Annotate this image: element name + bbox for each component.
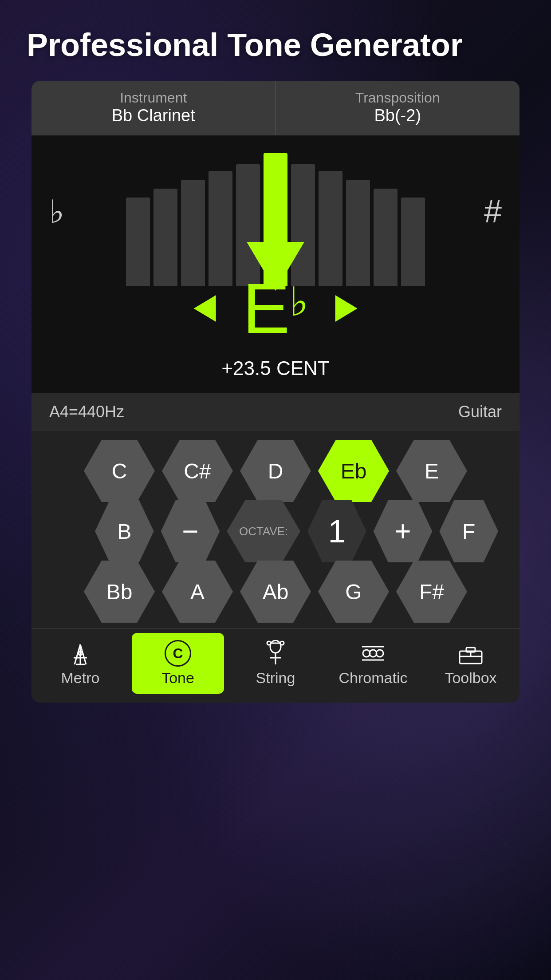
- note-main: E: [243, 273, 290, 344]
- note-E[interactable]: E: [396, 440, 467, 502]
- transposition-label: Transposition: [276, 90, 520, 106]
- note-Eb[interactable]: Eb: [318, 440, 389, 502]
- nav-string[interactable]: String: [229, 633, 322, 694]
- nav-string-label: String: [256, 669, 295, 687]
- tuner-display: ♭ # E ♭ +23.5 CENT: [31, 135, 520, 393]
- note-F[interactable]: F: [439, 500, 498, 562]
- note-row-2: B − OCTAVE: 1 + F: [91, 500, 502, 562]
- bar-1: [126, 198, 150, 286]
- current-note: E ♭: [243, 273, 309, 344]
- bottom-nav: Metro C Tone String: [31, 628, 520, 703]
- octave-number: 1: [328, 513, 346, 549]
- note-grid: C C# D Eb E B − OCTAVE: 1 + F: [31, 431, 520, 628]
- transposition-section[interactable]: Transposition Bb(-2): [276, 81, 520, 135]
- instrument-section[interactable]: Instrument Bb Clarinet: [31, 81, 276, 135]
- string-icon: [262, 640, 289, 667]
- octave-value: 1: [307, 500, 366, 562]
- nav-tone[interactable]: C Tone: [132, 633, 224, 694]
- bar-9: [346, 180, 370, 286]
- note-display: E ♭: [194, 273, 358, 344]
- note-D[interactable]: D: [240, 440, 311, 502]
- instrument-label: Instrument: [31, 90, 276, 106]
- bar-10: [374, 189, 398, 286]
- nav-chromatic-label: Chromatic: [339, 669, 408, 687]
- note-Fsharp[interactable]: F#: [396, 561, 467, 623]
- nav-toolbox-label: Toolbox: [445, 669, 496, 687]
- bar-4: [209, 171, 232, 286]
- note-Bb[interactable]: Bb: [84, 561, 155, 623]
- note-A[interactable]: A: [162, 561, 233, 623]
- main-panel: Instrument Bb Clarinet Transposition Bb(…: [31, 81, 520, 703]
- chromatic-icon: [360, 640, 386, 667]
- note-Ab[interactable]: Ab: [240, 561, 311, 623]
- instrument-mode[interactable]: Guitar: [458, 403, 502, 421]
- cent-display: +23.5 CENT: [221, 357, 329, 379]
- note-row-3: Bb A Ab G F#: [49, 561, 502, 623]
- tone-icon: C: [165, 640, 191, 667]
- bar-11: [401, 198, 425, 286]
- octave-minus-button[interactable]: −: [161, 500, 220, 562]
- transposition-value: Bb(-2): [276, 106, 520, 131]
- nav-metro-label: Metro: [61, 669, 100, 687]
- toolbox-icon: [457, 640, 484, 667]
- svg-point-6: [270, 640, 281, 653]
- svg-point-10: [267, 641, 271, 645]
- note-G[interactable]: G: [318, 561, 389, 623]
- bar-2: [153, 189, 177, 286]
- octave-label-text: OCTAVE:: [239, 525, 288, 538]
- bar-8: [319, 171, 342, 286]
- note-C[interactable]: C: [84, 440, 155, 502]
- note-Csharp[interactable]: C#: [162, 440, 233, 502]
- nav-metro[interactable]: Metro: [34, 633, 126, 694]
- app-title: Professional Tone Generator: [0, 0, 489, 81]
- bar-3: [181, 180, 205, 286]
- a4-frequency: A4=440Hz: [49, 403, 124, 421]
- nav-tone-label: Tone: [161, 669, 194, 687]
- nav-toolbox[interactable]: Toolbox: [425, 633, 517, 694]
- note-row-1: C C# D Eb E: [49, 440, 502, 502]
- info-bar: A4=440Hz Guitar: [31, 393, 520, 431]
- flat-indicator: ♭: [49, 193, 64, 230]
- octave-plus-button[interactable]: +: [374, 500, 433, 562]
- sharp-indicator: #: [484, 193, 502, 229]
- panel-header: Instrument Bb Clarinet Transposition Bb(…: [31, 81, 520, 135]
- note-modifier: ♭: [290, 282, 308, 322]
- arrow-right-icon: [335, 295, 357, 322]
- arrow-left-icon: [194, 295, 216, 322]
- nav-chromatic[interactable]: Chromatic: [327, 633, 419, 694]
- svg-point-11: [280, 641, 284, 645]
- instrument-value: Bb Clarinet: [31, 106, 276, 131]
- note-B[interactable]: B: [95, 500, 154, 562]
- metro-icon: [67, 640, 94, 667]
- octave-label: OCTAVE:: [227, 500, 300, 562]
